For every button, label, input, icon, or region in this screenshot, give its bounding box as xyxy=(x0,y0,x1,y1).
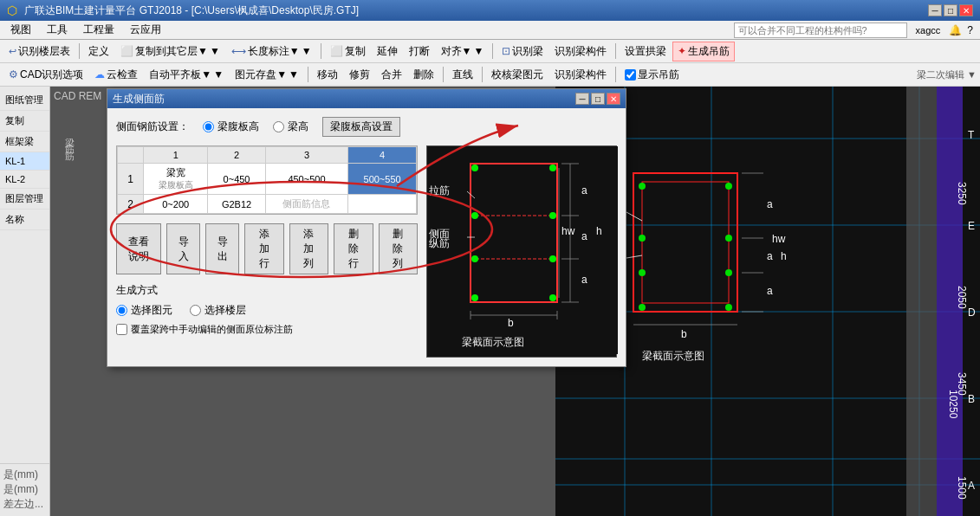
btn-import[interactable]: 导入 xyxy=(166,223,200,274)
svg-point-31 xyxy=(639,269,646,276)
svg-point-27 xyxy=(639,304,646,311)
svg-text:1500: 1500 xyxy=(956,476,968,500)
cell-1-3[interactable]: 450~500 xyxy=(265,164,347,195)
radio-select-floor[interactable]: 选择楼层 xyxy=(190,303,246,318)
left-sidebar: 图纸管理 复制 框架梁 KL-1 KL-2 图层管理 名称 是(mm) 是(mm… xyxy=(0,87,50,516)
tb-set-arch[interactable]: 设置拱梁 xyxy=(620,42,672,61)
tb-copy[interactable]: ⬜ 复制 xyxy=(325,42,371,61)
tb-break[interactable]: 打断 xyxy=(404,42,435,61)
title-bar-left: ⬡ 广联达BIM土建计量平台 GTJ2018 - [C:\Users\枫成喜\D… xyxy=(7,3,359,18)
tb-extend[interactable]: 延伸 xyxy=(372,42,403,61)
tb-cad-opts[interactable]: ⚙ CAD识别选项 xyxy=(3,65,88,85)
tb-identify-comp2[interactable]: 识别梁构件 xyxy=(549,65,612,85)
left-item-copy[interactable]: 复制 xyxy=(0,111,49,132)
btn-add-row[interactable]: 添加行 xyxy=(244,223,284,274)
svg-point-29 xyxy=(639,235,646,242)
col-header-4: 4 xyxy=(348,147,417,164)
left-item-kl1[interactable]: KL-1 xyxy=(0,152,49,171)
help-icon[interactable]: ? xyxy=(967,24,973,36)
beam-web-settings-btn[interactable]: 梁腹板高设置 xyxy=(322,117,400,137)
title-bar: ⬡ 广联达BIM土建计量平台 GTJ2018 - [C:\Users\枫成喜\D… xyxy=(0,0,980,21)
cell-2-2[interactable]: G2B12 xyxy=(208,195,265,214)
cad-rem-label: CAD REM xyxy=(54,90,101,102)
col-header-1: 1 xyxy=(144,147,208,164)
tb-length-dim[interactable]: ⟷ 长度标注▼ ▼ xyxy=(226,42,317,61)
tb-identify-comp[interactable]: 识别梁构件 xyxy=(549,42,612,61)
cell-2-3[interactable]: 侧面筋信息 xyxy=(265,195,347,214)
overwrite-checkbox[interactable] xyxy=(116,324,127,335)
cell-2-1[interactable]: 0~200 xyxy=(144,195,208,214)
tb-auto-level[interactable]: 自动平齐板▼ ▼ xyxy=(144,65,229,85)
tb-delete[interactable]: 删除 xyxy=(408,65,439,85)
dialog-close-btn[interactable]: ✕ xyxy=(607,93,620,105)
main-area: 图纸管理 复制 框架梁 KL-1 KL-2 图层管理 名称 是(mm) 是(mm… xyxy=(0,87,980,516)
btn-view-desc[interactable]: 查看说明 xyxy=(116,223,161,274)
tb-copy-replace[interactable]: ↩ 识别楼层表 xyxy=(3,42,75,61)
dialog-restore-btn[interactable]: □ xyxy=(591,93,605,105)
cell-1-1[interactable]: 梁宽梁腹板高 xyxy=(144,164,208,195)
tb-align[interactable]: 对齐▼ ▼ xyxy=(436,42,490,61)
minimize-btn[interactable]: ─ xyxy=(928,4,942,16)
tb-line[interactable]: 直线 xyxy=(447,65,478,85)
cell-1-2[interactable]: 0~450 xyxy=(208,164,265,195)
btn-del-col[interactable]: 删除列 xyxy=(379,223,419,274)
menu-cloud[interactable]: 云应用 xyxy=(123,21,168,39)
title-controls: ─ □ ✕ xyxy=(928,4,973,16)
tb-trim[interactable]: 修剪 xyxy=(344,65,375,85)
cell-1-4[interactable]: 500~550 xyxy=(348,164,417,195)
side-labels: 梁 筋 筋 xyxy=(50,130,76,144)
svg-text:纵筋: 纵筋 xyxy=(429,237,450,249)
svg-text:a: a xyxy=(581,230,587,242)
btn-add-col[interactable]: 添加列 xyxy=(289,223,329,274)
workspace: CAD REM 梁 筋 筋 xyxy=(50,87,980,516)
tb-merge[interactable]: 合并 xyxy=(376,65,407,85)
table-row-1: 1 梁宽梁腹板高 0~450 450~500 500~550 xyxy=(118,164,417,195)
sep6 xyxy=(443,67,444,82)
sep5 xyxy=(308,67,308,82)
tb-move[interactable]: 移动 xyxy=(312,65,343,85)
restore-btn[interactable]: □ xyxy=(944,4,957,16)
tb-show-hanger[interactable]: 显示吊筋 xyxy=(620,65,685,85)
tb-identify-beam[interactable]: ⊡ 识别梁 xyxy=(496,42,548,61)
dialog-minimize-btn[interactable]: ─ xyxy=(575,93,589,105)
radio-beam-web[interactable]: 梁腹板高 xyxy=(203,119,259,134)
col-header-empty xyxy=(118,147,144,164)
menu-view[interactable]: 视图 xyxy=(3,21,38,39)
bottom-info: 是(mm) 是(mm) 差左边... xyxy=(0,463,49,515)
user-label: xagcc xyxy=(916,25,941,35)
tb-gen-hanger[interactable]: ✦ 生成吊筋 xyxy=(672,42,735,61)
svg-text:b: b xyxy=(508,317,514,329)
close-btn[interactable]: ✕ xyxy=(959,4,973,16)
left-item-frame-beam[interactable]: 框架梁 xyxy=(0,132,49,152)
svg-text:D: D xyxy=(968,306,976,319)
tb-check-beam[interactable]: 校核梁图元 xyxy=(486,65,548,85)
svg-point-55 xyxy=(471,294,478,301)
svg-text:hw: hw xyxy=(561,225,575,237)
dialog-title: 生成侧面筋 xyxy=(113,92,165,106)
left-item-drawings[interactable]: 图纸管理 xyxy=(0,90,49,111)
bell-icon[interactable]: 🔔 xyxy=(949,24,962,36)
gen-mode-title: 生成方式 xyxy=(116,283,418,298)
tb-copy-other[interactable]: ⬜ 复制到其它层▼ ▼ xyxy=(115,42,225,61)
btn-del-row[interactable]: 删除行 xyxy=(334,223,373,274)
cell-2-4[interactable] xyxy=(348,195,417,214)
svg-text:梁截面示意图: 梁截面示意图 xyxy=(642,350,704,362)
btn-export[interactable]: 导出 xyxy=(205,223,239,274)
search-input[interactable] xyxy=(734,23,907,38)
radio-select-element[interactable]: 选择图元 xyxy=(116,303,172,318)
left-item-kl2[interactable]: KL-2 xyxy=(0,171,49,189)
dialog-left-panel: 1 2 3 4 1 梁宽梁腹板高 xyxy=(116,145,418,358)
tb-cloud-check[interactable]: ☁ 云检查 xyxy=(89,65,143,85)
radio-beam-height[interactable]: 梁高 xyxy=(273,119,308,134)
svg-point-54 xyxy=(549,164,556,171)
left-item-name[interactable]: 名称 xyxy=(0,210,49,230)
menu-tools[interactable]: 工具 xyxy=(40,21,75,39)
table-row-2: 2 0~200 G2B12 侧面筋信息 xyxy=(118,195,417,214)
tb-define[interactable]: 定义 xyxy=(83,42,114,61)
menu-quantity[interactable]: 工程量 xyxy=(76,21,121,39)
svg-text:拉筋: 拉筋 xyxy=(429,184,450,197)
svg-point-58 xyxy=(549,212,556,219)
tb-element-store[interactable]: 图元存盘▼ ▼ xyxy=(230,65,304,85)
sep1 xyxy=(79,43,80,59)
left-item-layer-mgr[interactable]: 图层管理 xyxy=(0,189,49,210)
